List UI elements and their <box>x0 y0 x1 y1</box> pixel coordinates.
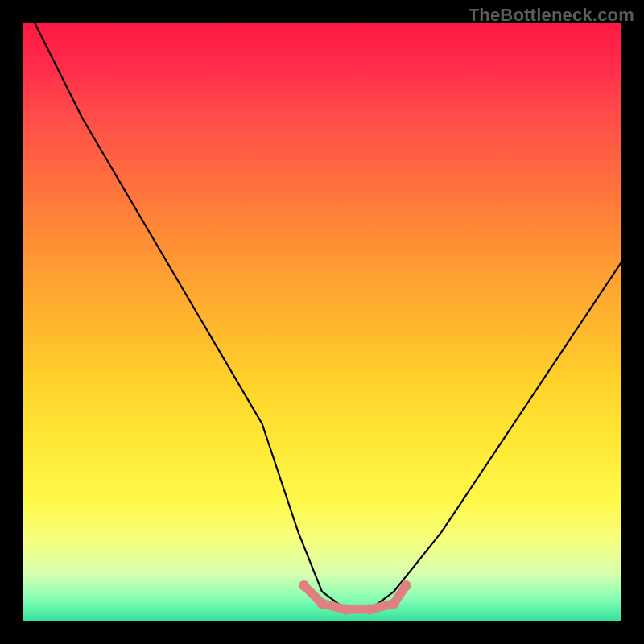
chart-container: TheBottleneck.com <box>0 0 644 644</box>
highlight-dot <box>317 598 328 609</box>
curve-layer <box>23 23 621 621</box>
highlight-dot <box>401 580 411 591</box>
plot-area <box>23 23 621 621</box>
bottleneck-curve <box>35 23 621 609</box>
watermark-text: TheBottleneck.com <box>469 5 634 26</box>
highlight-dot <box>389 598 399 609</box>
highlight-dot <box>299 580 309 591</box>
highlight-dot <box>365 605 375 615</box>
highlight-dot <box>341 605 351 615</box>
